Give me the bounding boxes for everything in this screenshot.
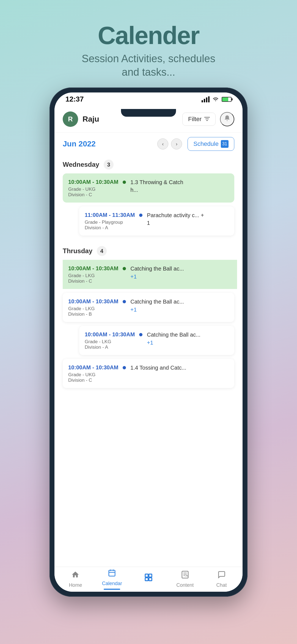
event-time: 10:00AM - 10:30AM [85, 331, 135, 338]
nav-home-label: Home [69, 582, 82, 588]
signal-bars-icon [202, 96, 210, 102]
filter-button[interactable]: Filter [182, 113, 216, 126]
notch [121, 109, 176, 117]
event-grade: Grade - Playgroup [85, 220, 135, 225]
phone-screen: 12:37 [54, 92, 243, 592]
status-bar: 12:37 [54, 92, 243, 106]
page-subtitle: Session Activities, schedulesand tasks..… [82, 52, 215, 79]
nav-chat-label: Chat [216, 582, 227, 588]
avatar: R [63, 111, 78, 127]
event-time: 10:00AM - 10:30AM [68, 298, 118, 305]
event-time-block: 11:00AM - 11:30AM Grade - Playgroup Divi… [85, 211, 135, 231]
event-time-block: 10:00AM - 10:30AM Grade - UKG Division -… [68, 364, 118, 383]
chat-icon [218, 571, 226, 581]
event-grade: Grade - UKG [68, 187, 118, 192]
prev-month-button[interactable]: ‹ [157, 138, 168, 149]
grid-icon [144, 573, 153, 584]
day-name-thursday: Thrusday [63, 247, 92, 255]
event-card[interactable]: 10:00AM - 10:30AM Grade - LKG Division -… [63, 260, 237, 289]
day-section-wednesday: Wednesday 3 10:00AM - 10:30AM Grade - UK… [54, 155, 243, 242]
page-header: Calender Session Activities, schedulesan… [82, 22, 215, 79]
event-card[interactable]: 10:00AM - 10:30AM Grade - UKG Division -… [63, 359, 234, 388]
schedule-button[interactable]: Schedule 31 [188, 137, 234, 151]
event-division: Division - B [68, 312, 118, 317]
calendar-body: Wednesday 3 10:00AM - 10:30AM Grade - UK… [54, 155, 243, 567]
calendar-header: Jun 2022 ‹ › Schedule 31 [54, 133, 243, 155]
nav-active-indicator [104, 589, 120, 590]
event-time: 10:00AM - 10:30AM [68, 265, 118, 272]
event-dot [139, 214, 142, 217]
status-icons [202, 96, 232, 103]
nav-item-content[interactable]: Content [171, 571, 199, 588]
nav-item-calendar[interactable]: Calendar [98, 569, 126, 590]
nav-calendar-label: Calendar [102, 581, 122, 586]
event-grade: Grade - LKG [68, 306, 118, 312]
event-title: 1.4 Tossing and Catc... [130, 364, 186, 372]
event-time-block: 10:00AM - 10:30AM Grade - UKG Division -… [68, 178, 118, 198]
calendar-nav-icon [108, 569, 116, 579]
event-title: Catching the Ball ac... [130, 265, 184, 272]
event-card[interactable]: 10:00AM - 10:30AM Grade - UKG Division -… [63, 173, 234, 203]
day-label-thursday: Thrusday 4 [63, 246, 234, 256]
indented-event-container: 11:00AM - 11:30AM Grade - Playgroup Divi… [63, 206, 234, 236]
event-dot [123, 267, 126, 270]
filter-icon [204, 116, 210, 122]
event-card[interactable]: 11:00AM - 11:30AM Grade - Playgroup Divi… [79, 206, 234, 236]
event-extra: +1 [130, 274, 184, 280]
svg-rect-10 [149, 578, 152, 581]
event-dot [139, 333, 142, 336]
next-month-button[interactable]: › [171, 138, 182, 149]
event-title: Catching the Ball ac... [147, 331, 200, 339]
day-label-wednesday: Wednesday 3 [63, 160, 234, 170]
day-num-thursday: 4 [97, 246, 107, 256]
event-grade: Grade - UKG [68, 372, 118, 378]
nav-item-home[interactable]: Home [62, 571, 89, 588]
phone-frame: 12:37 [50, 88, 248, 597]
day-section-thursday: Thrusday 4 10:00AM - 10:30AM Grade - LKG… [54, 242, 243, 394]
indented-event-container: 10:00AM - 10:30AM Grade - LKG Division -… [63, 326, 234, 355]
nav-item-content-grid[interactable] [135, 573, 162, 585]
event-division: Division - C [68, 192, 118, 198]
event-card[interactable]: 10:00AM - 10:30AM Grade - LKG Division -… [79, 326, 234, 355]
day-num-wednesday: 3 [104, 160, 114, 170]
status-time: 12:37 [65, 95, 84, 103]
event-dot [123, 181, 126, 184]
svg-rect-9 [145, 578, 148, 581]
battery-icon [222, 97, 232, 102]
event-extra: +1 [147, 340, 200, 346]
day-name-wednesday: Wednesday [63, 161, 99, 168]
event-extra: +1 [130, 307, 184, 313]
event-division: Division - A [85, 225, 135, 231]
event-card[interactable]: 10:00AM - 10:30AM Grade - LKG Division -… [63, 293, 234, 322]
event-time-block: 10:00AM - 10:30AM Grade - LKG Division -… [85, 331, 135, 350]
event-dot [123, 366, 126, 369]
bottom-nav: Home Calendar [54, 567, 243, 592]
content-icon [181, 571, 189, 581]
svg-rect-11 [182, 571, 188, 578]
event-time: 10:00AM - 10:30AM [68, 178, 118, 185]
event-title: Parachute activity c... +1 [147, 211, 204, 227]
calendar-nav: ‹ › [157, 138, 182, 149]
svg-rect-7 [145, 574, 148, 577]
nav-item-chat[interactable]: Chat [208, 571, 235, 588]
event-grade: Grade - LKG [85, 339, 135, 345]
calendar-month: Jun 2022 [63, 140, 157, 148]
event-division: Division - A [85, 345, 135, 350]
page-title: Calender [82, 22, 215, 49]
svg-rect-3 [109, 570, 115, 576]
event-dot [123, 300, 126, 303]
nav-content2-label: Content [176, 582, 194, 588]
event-division: Division - C [68, 378, 118, 383]
svg-rect-8 [149, 574, 152, 577]
calendar-icon: 31 [221, 140, 229, 148]
event-time: 11:00AM - 11:30AM [85, 211, 135, 219]
event-title: Catching the Ball ac... [130, 298, 184, 305]
event-time-block: 10:00AM - 10:30AM Grade - LKG Division -… [68, 298, 118, 317]
schedule-label: Schedule [193, 140, 219, 148]
filter-label: Filter [188, 116, 202, 123]
event-title: 1.3 Throwing & Catchh... [130, 178, 183, 194]
event-time-block: 10:00AM - 10:30AM Grade - LKG Division -… [68, 265, 118, 284]
bell-icon [224, 115, 231, 124]
bell-button[interactable] [220, 112, 234, 126]
wifi-icon [212, 96, 219, 103]
